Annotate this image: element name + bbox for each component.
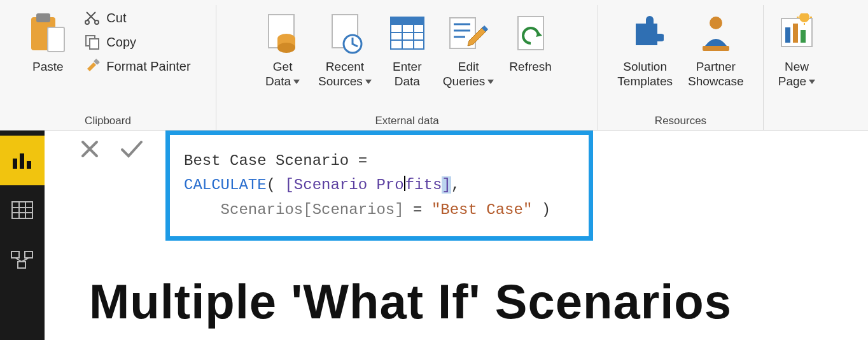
clipboard-group-label: Clipboard <box>85 111 131 130</box>
enter-data-label: EnterData <box>393 60 421 89</box>
scissors-icon <box>83 9 101 27</box>
grid-icon <box>11 201 33 219</box>
nav-model-view[interactable] <box>0 235 45 285</box>
nav-report-view[interactable] <box>0 136 45 185</box>
chevron-down-icon <box>809 80 815 84</box>
puzzle-icon <box>627 8 664 59</box>
svg-rect-39 <box>12 202 32 218</box>
svg-rect-29 <box>793 24 798 43</box>
solution-templates-label: SolutionTemplates <box>617 60 673 89</box>
ribbon-group-insert: NewPage <box>764 5 830 130</box>
get-data-icon <box>263 8 302 59</box>
formula-bar-row: Best Case Scenario = CALCULATE( [Scenari… <box>45 131 868 245</box>
paste-label: Paste <box>32 60 64 74</box>
ribbon-group-resources: SolutionTemplates PartnerShowcase Resour… <box>598 5 764 130</box>
close-icon <box>79 138 101 160</box>
svg-rect-15 <box>391 17 424 25</box>
svg-rect-36 <box>13 159 17 169</box>
svg-rect-38 <box>27 161 31 169</box>
bar-chart-icon <box>11 151 33 170</box>
refresh-button[interactable]: Refresh <box>504 5 557 74</box>
ribbon-group-clipboard: Paste Cut Copy <box>0 5 216 130</box>
formula-text[interactable]: Best Case Scenario = CALCULATE( [Scenari… <box>184 149 571 222</box>
edit-queries-button[interactable]: EditQueries <box>438 5 500 89</box>
new-page-icon <box>778 8 816 59</box>
svg-rect-46 <box>18 262 25 268</box>
external-data-group-label: External data <box>375 111 438 130</box>
copy-button[interactable]: Copy <box>81 32 193 52</box>
svg-rect-30 <box>801 30 806 43</box>
recent-sources-icon <box>326 8 364 59</box>
partner-showcase-button[interactable]: PartnerShowcase <box>683 5 749 89</box>
refresh-label: Refresh <box>509 60 552 74</box>
svg-rect-37 <box>20 153 24 169</box>
resources-group-label: Resources <box>655 111 706 130</box>
svg-rect-45 <box>25 251 32 258</box>
chevron-down-icon <box>365 80 372 84</box>
paste-button[interactable]: Paste <box>22 5 73 74</box>
cut-label: Cut <box>106 11 126 25</box>
svg-point-4 <box>95 20 99 24</box>
format-painter-label: Format Painter <box>106 59 190 74</box>
svg-point-3 <box>85 20 89 24</box>
edit-queries-icon <box>446 8 491 59</box>
relationship-icon <box>11 250 34 269</box>
chevron-down-icon <box>293 80 300 84</box>
svg-rect-2 <box>48 27 64 52</box>
partner-showcase-label: PartnerShowcase <box>688 60 744 89</box>
new-page-button[interactable]: NewPage <box>771 5 822 89</box>
ribbon-group-external-data: GetData RecentSources <box>216 5 598 130</box>
person-icon <box>699 8 733 59</box>
enter-data-button[interactable]: EnterData <box>382 5 433 89</box>
svg-rect-28 <box>785 27 790 43</box>
copy-label: Copy <box>106 35 136 50</box>
edit-queries-label: EditQueries <box>443 60 494 89</box>
svg-rect-44 <box>11 251 19 258</box>
ribbon-toolbar: Paste Cut Copy <box>0 0 868 131</box>
check-icon <box>120 138 144 160</box>
svg-point-11 <box>277 43 295 53</box>
refresh-icon <box>513 8 549 59</box>
svg-point-25 <box>710 17 722 29</box>
formula-commit-button[interactable] <box>120 138 144 166</box>
format-painter-button[interactable]: Format Painter <box>81 56 193 76</box>
svg-rect-6 <box>90 39 99 49</box>
solution-templates-button[interactable]: SolutionTemplates <box>612 5 678 89</box>
copy-icon <box>83 33 101 51</box>
svg-rect-1 <box>36 13 50 22</box>
formula-cancel-button[interactable] <box>79 138 101 166</box>
nav-data-view[interactable] <box>0 185 45 235</box>
cut-button[interactable]: Cut <box>81 8 193 28</box>
paintbrush-icon <box>83 57 101 75</box>
chevron-down-icon <box>487 80 494 84</box>
get-data-label: GetData <box>265 60 300 89</box>
get-data-button[interactable]: GetData <box>257 5 308 89</box>
new-page-label: NewPage <box>778 60 815 89</box>
clipboard-icon <box>29 8 67 59</box>
left-nav <box>0 131 45 340</box>
recent-sources-button[interactable]: RecentSources <box>313 5 377 89</box>
recent-sources-label: RecentSources <box>318 60 372 89</box>
svg-rect-26 <box>703 46 729 51</box>
table-icon <box>389 8 425 59</box>
page-title: Multiple 'What If' Scenarios <box>89 274 732 329</box>
formula-editor[interactable]: Best Case Scenario = CALCULATE( [Scenari… <box>165 131 593 241</box>
